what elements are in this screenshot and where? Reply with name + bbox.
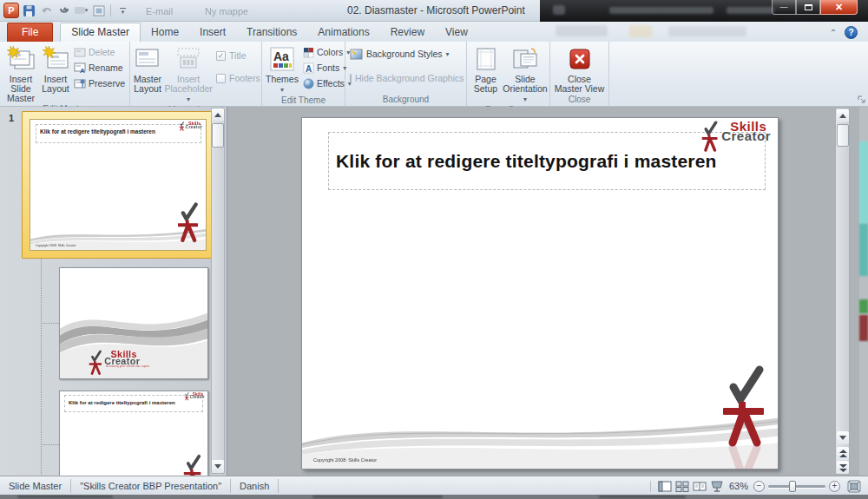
close-button[interactable]: ✕ bbox=[820, 0, 858, 15]
tab-review[interactable]: Review bbox=[380, 23, 435, 42]
maximize-button[interactable] bbox=[796, 0, 820, 15]
hide-background-graphics-row: Hide Background Graphics bbox=[347, 70, 464, 86]
slide-show-icon[interactable] bbox=[710, 481, 724, 492]
close-master-view-label: Close Master View bbox=[555, 74, 605, 94]
qat-separator bbox=[110, 4, 111, 16]
thumb-scroll-up-button[interactable] bbox=[212, 108, 224, 121]
thumb-scroll-down-button[interactable] bbox=[212, 460, 224, 473]
tab-transitions[interactable]: Transitions bbox=[236, 23, 307, 42]
zoom-slider[interactable] bbox=[768, 485, 825, 488]
slide-orientation-button[interactable]: Slide Orientation ▾ bbox=[503, 43, 548, 104]
page-setup-icon bbox=[474, 45, 498, 73]
slide-sorter-icon[interactable] bbox=[675, 481, 689, 492]
slide-logo: Skills Creator bbox=[700, 121, 771, 152]
redo-icon[interactable] bbox=[56, 3, 71, 18]
logo-tagline: Increasing your intellectual capital bbox=[106, 365, 150, 368]
zoom-out-button[interactable]: − bbox=[753, 481, 765, 492]
fit-to-window-icon[interactable] bbox=[847, 480, 861, 493]
zoom-slider-thumb[interactable] bbox=[789, 481, 796, 492]
title-checkbox[interactable]: ✓ bbox=[216, 51, 226, 61]
thumbnail-panel-scrollbar[interactable] bbox=[211, 108, 225, 474]
window-title: 02. Diasmaster - Microsoft PowerPoint bbox=[347, 4, 525, 16]
fonts-icon: A bbox=[303, 62, 314, 74]
skills-creator-mark-icon bbox=[184, 392, 189, 401]
layout-tree-branch-2 bbox=[41, 444, 59, 445]
fonts-label: Fonts bbox=[317, 62, 339, 73]
insert-placeholder-icon bbox=[175, 45, 201, 73]
layout3-thumb-logo: Skills Creator bbox=[184, 392, 205, 401]
master-layout-button[interactable]: Master Layout bbox=[132, 43, 163, 104]
powerpoint-app-icon[interactable]: P bbox=[3, 3, 19, 18]
group-edit-master: Insert Slide Master Insert Layout Delete bbox=[0, 42, 130, 106]
group-edit-theme: Aa Themes▾ Colors▾ A Fonts▾ Effects▾ bbox=[262, 42, 345, 106]
slide-master-editing-area[interactable]: Klik for at redigere titeltypografi i ma… bbox=[301, 117, 779, 469]
normal-view-icon[interactable] bbox=[658, 481, 672, 492]
background-window-edge bbox=[859, 107, 868, 476]
layout3-thumb-checkmark-icon bbox=[183, 454, 202, 476]
status-document-name[interactable]: "Skills Creator BBP Presentation" bbox=[71, 479, 231, 493]
undo-icon[interactable] bbox=[39, 3, 54, 18]
group-label-close: Close bbox=[552, 94, 607, 106]
group-master-layout: Master Layout Insert Placeholder ▾ ✓ Tit… bbox=[130, 42, 262, 106]
tab-insert[interactable]: Insert bbox=[189, 23, 236, 42]
insert-layout-label: Insert Layout bbox=[42, 74, 69, 94]
collapse-ribbon-icon[interactable]: ⌃ bbox=[828, 29, 838, 36]
title-checkbox-row[interactable]: ✓ Title bbox=[214, 48, 263, 63]
workspace: 1 Klik for at redigere titeltypografi i … bbox=[0, 107, 868, 476]
layout-thumbnail-title-slide[interactable]: Skills Creator Increasing your intellect… bbox=[59, 267, 208, 379]
insert-layout-button[interactable]: Insert Layout bbox=[40, 43, 71, 103]
tab-view[interactable]: View bbox=[435, 23, 478, 42]
minimize-button[interactable]: — bbox=[772, 0, 796, 15]
qat-preview-icon[interactable] bbox=[91, 3, 106, 18]
insert-placeholder-button: Insert Placeholder ▾ bbox=[163, 43, 214, 104]
svg-text:A: A bbox=[306, 63, 312, 73]
zoom-percent[interactable]: 63% bbox=[729, 481, 748, 491]
page-setup-label: Page Setup bbox=[474, 74, 497, 94]
previous-slide-button[interactable] bbox=[837, 447, 849, 460]
page-setup-button[interactable]: Page Setup bbox=[469, 43, 503, 104]
zoom-in-button[interactable]: + bbox=[829, 481, 840, 492]
qat-tool-icon[interactable]: ▾ bbox=[74, 3, 89, 18]
logo-word-creator: Creator bbox=[721, 130, 771, 142]
background-dialog-launcher-icon[interactable] bbox=[858, 95, 866, 104]
master-slide-number: 1 bbox=[9, 113, 14, 123]
next-slide-button[interactable] bbox=[837, 461, 849, 474]
colors-label: Colors bbox=[317, 47, 343, 57]
slide-area-scrollbar[interactable] bbox=[835, 108, 850, 475]
help-icon[interactable]: ? bbox=[845, 26, 858, 39]
close-master-view-button[interactable]: Close Master View bbox=[553, 43, 607, 94]
tab-slide-master[interactable]: Slide Master bbox=[60, 23, 141, 42]
background-hint-mappe: Ny mappe bbox=[205, 6, 248, 16]
svg-text:Aa: Aa bbox=[273, 49, 289, 63]
svg-text:A: A bbox=[80, 67, 85, 73]
thumb-scrollbar-thumb[interactable] bbox=[212, 123, 224, 148]
slide-copyright: Copyright 2008: Skills Creator bbox=[313, 457, 377, 463]
layout-thumbnail-title-content[interactable]: Klik for at redigere titeltypografi i ma… bbox=[59, 391, 208, 476]
footers-checkbox[interactable] bbox=[216, 74, 226, 83]
tab-home[interactable]: Home bbox=[141, 23, 189, 42]
tab-file[interactable]: File bbox=[7, 23, 53, 42]
background-hint-email: E-mail bbox=[146, 6, 173, 16]
themes-button[interactable]: Aa Themes▾ bbox=[264, 43, 300, 95]
customize-qat-icon[interactable]: ▾ bbox=[115, 3, 130, 18]
reading-view-icon[interactable] bbox=[693, 481, 707, 492]
insert-placeholder-label: Insert Placeholder bbox=[164, 74, 212, 94]
scrollbar-thumb[interactable] bbox=[837, 124, 849, 147]
preserve-label: Preserve bbox=[89, 78, 125, 89]
status-view-name[interactable]: Slide Master bbox=[0, 479, 71, 493]
group-label-background: Background bbox=[347, 94, 464, 106]
rename-button[interactable]: A Rename bbox=[71, 60, 128, 76]
master-slide-thumbnail[interactable]: Klik for at redigere titeltypografi i ma… bbox=[22, 111, 214, 259]
hide-background-graphics-label: Hide Background Graphics bbox=[355, 73, 464, 83]
scroll-up-button[interactable] bbox=[837, 109, 849, 122]
save-icon[interactable] bbox=[22, 3, 36, 18]
footers-checkbox-row[interactable]: Footers bbox=[214, 70, 263, 86]
insert-slide-master-button[interactable]: Insert Slide Master bbox=[2, 43, 40, 103]
status-language[interactable]: Danish bbox=[231, 479, 279, 493]
scroll-down-button[interactable] bbox=[837, 431, 849, 444]
tab-animations[interactable]: Animations bbox=[307, 23, 379, 42]
delete-icon bbox=[74, 48, 86, 57]
skills-creator-mark-icon bbox=[700, 121, 720, 152]
preserve-button[interactable]: Preserve bbox=[71, 76, 128, 91]
background-styles-button[interactable]: Background Styles▾ bbox=[347, 46, 464, 62]
